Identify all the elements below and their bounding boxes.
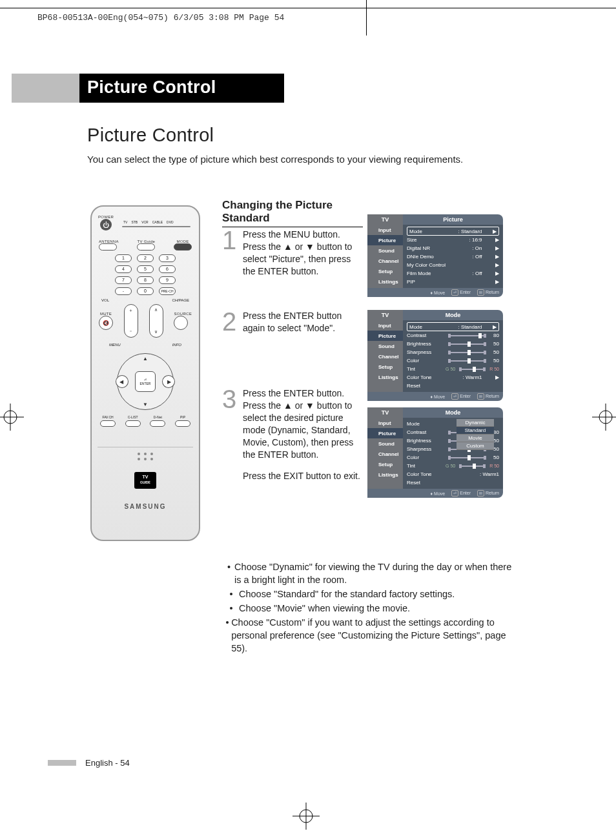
remote-mode-tv: TV: [123, 220, 127, 224]
registration-mark-right: [592, 404, 616, 431]
tvguide-logo: TV GUIDE: [134, 472, 156, 489]
crop-mark-line-top-v: [366, 0, 367, 36]
osd1-row-size: Size: 16:9▶: [407, 236, 499, 244]
osd1-footer: ♦ Move ⏎Enter IIIReturn: [367, 288, 503, 297]
samsung-logo: SAMSUNG: [98, 503, 193, 510]
osd1-row-dnie-demo: DNIe Demo: Off▶: [407, 252, 499, 261]
page-footer: English - 54: [48, 758, 130, 768]
osd-side-listings: Listings: [367, 276, 403, 287]
remote-favch-button: [100, 420, 116, 427]
page-subheading: Picture Control: [87, 125, 214, 146]
remote-mode-stb: STB: [131, 220, 138, 224]
remote-mute-label: MUTE: [99, 312, 113, 316]
remote-mute-button: 🔇: [99, 316, 113, 330]
step-1-number: 1: [222, 229, 243, 278]
step-2-text: Press the ENTER button again to select "…: [243, 310, 364, 334]
osd2-row-colortone: Color Tone: Warm1▶: [407, 373, 499, 382]
remote-mode-button: [174, 243, 192, 251]
osd1-sidebar: Input Picture Sound Channel Setup Listin…: [367, 225, 403, 288]
step-3-number: 3: [222, 387, 243, 482]
osd3-row-color: Color50: [407, 453, 499, 462]
footer-accent: [48, 760, 76, 766]
bullet-list: •Choose "Dynamic" for viewing the TV dur…: [223, 560, 514, 656]
remote-enter-button: ⏎ENTER: [135, 371, 156, 392]
osd-mode-menu: TV Mode Input Picture Sound Channel Setu…: [367, 310, 503, 401]
remote-num-dash: -: [115, 287, 132, 295]
remote-power-label: POWER: [98, 215, 114, 219]
remote-left-icon: ◀: [119, 379, 123, 385]
osd2-row-brightness: Brightness50: [407, 340, 499, 348]
remote-mode-label: MODE: [174, 240, 192, 243]
remote-source-button: [174, 316, 188, 330]
osd2-row-tint: TintG 50R 50: [407, 365, 499, 373]
remote-mode-vcr: VCR: [141, 220, 149, 224]
remote-favch-label: FAV.CH: [102, 415, 113, 419]
osd2-row-reset: Reset: [407, 382, 499, 390]
osd-picture-menu: TV Picture Input Picture Sound Channel S…: [367, 214, 503, 297]
osd2-row-mode: Mode: Standard▶: [407, 322, 499, 331]
remote-num-7: 7: [115, 276, 132, 284]
osd2-row-color: Color50: [407, 356, 499, 365]
step-1-text: Press the MENU button. Press the ▲ or ▼ …: [243, 229, 364, 278]
remote-vol-rocker: ＋－: [124, 304, 138, 338]
remote-num-5: 5: [137, 265, 154, 273]
osd1-row-mode: Mode: Standard▶: [407, 227, 499, 236]
osd-side-picture: Picture: [367, 235, 403, 245]
remote-tvguide-label: TV Guide: [137, 240, 155, 243]
changing-heading: Changing the Picture Standard: [222, 199, 363, 227]
remote-mode-cable: CABLE: [152, 220, 163, 224]
remote-num-9: 9: [159, 276, 176, 284]
osd3-footer: ♦ Move ⏎Enter IIIReturn: [367, 489, 503, 498]
remote-num-prech: PRE-CH: [159, 287, 176, 295]
remote-pip-button: [175, 420, 190, 427]
osd1-title: Picture: [403, 214, 503, 225]
osd-side-sound: Sound: [367, 245, 403, 256]
step-3-exit-text: Press the EXIT button to exit.: [243, 470, 364, 482]
osd3-dropdown-custom: Custom: [457, 442, 494, 450]
registration-mark-left: [0, 404, 24, 431]
bullet-item: •Choose "Standard" for the standard fact…: [223, 588, 514, 600]
remote-antenna-button: [99, 243, 117, 251]
osd1-row-film-mode: Film Mode: Off▶: [407, 269, 499, 278]
osd-mode-dropdown-menu: TV Mode Input Picture Sound Channel Setu…: [367, 407, 503, 498]
remote-dpad: ▲ ▼ ◀ ▶ ⏎ENTER: [117, 353, 174, 410]
remote-pip-label: PIP: [180, 415, 185, 419]
osd3-row-reset: Reset: [407, 478, 499, 487]
remote-num-1: 1: [115, 254, 132, 262]
remote-illustration: POWER ⏻ TV STB VCR CABLE DVD ANTENNA: [90, 205, 200, 541]
remote-menu-label: MENU: [109, 343, 121, 347]
intro-text: You can select the type of picture which…: [87, 154, 463, 165]
bullet-item: •Choose "Dynamic" for viewing the TV dur…: [223, 560, 514, 586]
remote-clist-button: [125, 420, 141, 427]
remote-clist-label: C-LIST: [128, 415, 138, 419]
step-3-text: Press the ENTER button. Press the ▲ or ▼…: [243, 388, 353, 460]
osd3-row-colortone: Color Tone: Warm1: [407, 470, 499, 478]
osd1-tv-label: TV: [367, 214, 403, 225]
osd3-dropdown-movie: Movie: [457, 435, 494, 442]
osd1-row-digital-nr: Digital NR: On▶: [407, 244, 499, 252]
osd1-row-pip: PIP▶: [407, 278, 499, 286]
remote-chpage-label: CH/PAGE: [172, 298, 189, 302]
osd2-tv-label: TV: [367, 310, 403, 320]
osd3-mode-dropdown: DynamicStandardMovieCustom: [457, 419, 494, 450]
osd-side-input: Input: [367, 225, 403, 235]
osd3-tv-label: TV: [367, 407, 403, 418]
osd2-title: Mode: [403, 310, 503, 320]
remote-num-8: 8: [137, 276, 154, 284]
osd-side-setup: Setup: [367, 266, 403, 276]
crop-header-text: BP68-00513A-00Eng(054~075) 6/3/05 3:08 P…: [37, 13, 284, 23]
remote-numpad: 123 456 789 -0PRE-CH: [98, 254, 193, 295]
remote-dnet-button: [150, 420, 165, 427]
remote-info-label: INFO: [172, 343, 181, 347]
remote-num-0: 0: [137, 287, 154, 295]
step-2-number: 2: [222, 310, 243, 334]
remote-tvguide-button: [137, 243, 155, 251]
crop-mark-line-top: [0, 8, 616, 8]
remote-source-label: SOURCE: [174, 312, 191, 316]
remote-ch-rocker: ∧∨: [149, 304, 163, 338]
osd3-row-tint: TintG 50R 50: [407, 462, 499, 470]
osd3-title: Mode: [403, 407, 503, 418]
remote-dnet-label: D-Net: [154, 415, 162, 419]
remote-mode-dvd: DVD: [167, 220, 174, 224]
remote-num-3: 3: [159, 254, 176, 262]
